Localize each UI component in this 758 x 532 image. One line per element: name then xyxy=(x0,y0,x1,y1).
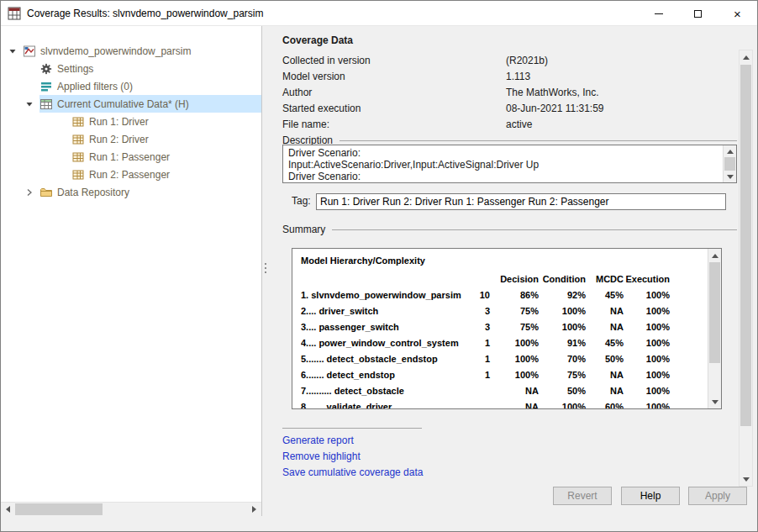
table-row: 1. slvnvdemo_powerwindow_parsim1086%92%4… xyxy=(292,287,707,303)
table-row: 5....... detect_obstacle_endstop1100%70%… xyxy=(292,351,707,367)
table-row: 7.......... detect_obstacleNA50%NA100% xyxy=(292,383,707,399)
tree-panel: slvnvdemo_powerwindow_parsim Settings Ap… xyxy=(1,26,262,516)
help-button[interactable]: Help xyxy=(621,487,680,505)
results-tree: slvnvdemo_powerwindow_parsim Settings Ap… xyxy=(1,26,261,201)
field-label: File name: xyxy=(282,119,506,130)
table-row: 2.... driver_switch375%100%NA100% xyxy=(292,303,707,319)
scroll-down-icon[interactable] xyxy=(740,472,752,486)
description-line: Driver Scenario: xyxy=(288,147,717,159)
table-row: 8....... validate_driverNA100%60%100% xyxy=(292,399,707,408)
save-cumulative-coverage-data-link[interactable]: Save cumulative coverage data xyxy=(282,466,423,478)
filter-icon xyxy=(39,80,53,93)
tree-item-label: Run 2: Driver xyxy=(89,134,149,145)
summary-section-header: Summary xyxy=(282,223,737,236)
close-icon: × xyxy=(734,8,741,20)
generate-report-link[interactable]: Generate report xyxy=(282,435,354,446)
table-row: 3.... passenger_switch375%100%NA100% xyxy=(292,319,707,335)
summary-table: Model Hierarchy/Complexity Decision Cond… xyxy=(292,248,722,409)
tree-item-run2-passenger[interactable]: Run 2: Passenger xyxy=(1,166,261,183)
field-value: 08-Jun-2021 11:31:59 xyxy=(506,103,604,114)
field-row: Model version1.113 xyxy=(282,68,724,84)
column-header: Execution xyxy=(624,271,670,287)
scroll-left-icon[interactable] xyxy=(1,503,15,516)
scrollbar-thumb[interactable] xyxy=(740,65,751,426)
column-header: Decision xyxy=(490,271,539,287)
chevron-expanded-icon[interactable] xyxy=(6,45,19,58)
tree-item-label: Settings xyxy=(57,63,93,75)
summary-scrollbar[interactable] xyxy=(708,249,721,408)
title-bar: Coverage Results: slvnvdemo_powerwindow_… xyxy=(1,1,757,26)
column-header: MCDC xyxy=(586,271,624,287)
apply-button[interactable]: Apply xyxy=(688,487,747,505)
tag-input[interactable] xyxy=(316,193,726,210)
scroll-up-icon[interactable] xyxy=(740,50,752,64)
run-icon xyxy=(71,150,85,164)
maximize-button[interactable] xyxy=(678,1,718,26)
table-row: 6....... detect_endstop1100%75%NA100% xyxy=(292,367,707,383)
summary-label: Summary xyxy=(282,224,325,235)
divider xyxy=(340,140,737,141)
description-text: Driver Scenario: Input:ActiveScenario:Dr… xyxy=(283,146,722,182)
coverage-data-panel: Coverage Data Collected in version(R2021… xyxy=(263,26,758,532)
tree-selection-highlight: Current Cumulative Data* (H) xyxy=(39,95,261,113)
revert-button[interactable]: Revert xyxy=(553,487,612,505)
tree-item-run1-driver[interactable]: Run 1: Driver xyxy=(1,113,261,130)
tag-label: Tag: xyxy=(292,195,311,207)
description-textbox[interactable]: Driver Scenario: Input:ActiveScenario:Dr… xyxy=(282,145,737,183)
tree-item-label: Run 2: Passenger xyxy=(89,169,170,181)
scrollbar-thumb[interactable] xyxy=(709,262,720,363)
tree-item-label: Run 1: Passenger xyxy=(89,151,170,163)
field-label: Author xyxy=(282,87,506,98)
tree-item-current-cumulative-data[interactable]: Current Cumulative Data* (H) xyxy=(1,95,261,113)
window-controls: × xyxy=(639,1,757,26)
field-row: Collected in version(R2021b) xyxy=(282,52,724,68)
tree-item-label: slvnvdemo_powerwindow_parsim xyxy=(40,45,191,57)
panel-vertical-scrollbar[interactable] xyxy=(739,50,753,487)
scrollbar-thumb[interactable] xyxy=(724,157,735,171)
cumulative-data-icon xyxy=(39,97,53,111)
tree-item-label: Applied filters (0) xyxy=(57,81,133,92)
scroll-up-icon[interactable] xyxy=(724,145,736,157)
window-title: Coverage Results: slvnvdemo_powerwindow_… xyxy=(27,8,263,19)
summary-table-content: Model Hierarchy/Complexity Decision Cond… xyxy=(292,249,707,408)
run-icon xyxy=(71,168,85,182)
scroll-down-icon[interactable] xyxy=(724,171,736,182)
close-button[interactable]: × xyxy=(718,1,757,26)
field-value: (R2021b) xyxy=(506,55,548,66)
maximize-icon xyxy=(694,10,702,18)
remove-highlight-link[interactable]: Remove highlight xyxy=(282,450,361,462)
run-icon xyxy=(71,133,85,146)
scroll-down-icon[interactable] xyxy=(708,395,721,408)
chevron-expanded-icon[interactable] xyxy=(23,97,36,111)
table-title: Model Hierarchy/Complexity xyxy=(301,255,707,266)
tree-item-label: Data Repository xyxy=(57,187,129,198)
minimize-button[interactable] xyxy=(639,1,678,26)
metadata-fields: Collected in version(R2021b) Model versi… xyxy=(282,52,724,132)
tree-item-data-repository[interactable]: Data Repository xyxy=(1,183,261,201)
splitter-grip[interactable] xyxy=(265,263,266,273)
tree-item-label: Run 1: Driver xyxy=(89,116,149,128)
tree-item-run1-passenger[interactable]: Run 1: Passenger xyxy=(1,148,261,166)
scroll-up-icon[interactable] xyxy=(708,249,721,262)
scrollbar-thumb[interactable] xyxy=(15,503,103,515)
tree-item-settings[interactable]: Settings xyxy=(1,60,261,77)
tree-horizontal-scrollbar[interactable] xyxy=(1,502,262,516)
field-label: Collected in version xyxy=(282,55,506,66)
panel-title: Coverage Data xyxy=(282,34,353,46)
description-scrollbar[interactable] xyxy=(723,145,736,182)
tree-item-run2-driver[interactable]: Run 2: Driver xyxy=(1,130,261,148)
chevron-collapsed-icon[interactable] xyxy=(23,186,36,199)
tree-item-applied-filters[interactable]: Applied filters (0) xyxy=(1,77,261,95)
scroll-right-icon[interactable] xyxy=(247,503,261,516)
table-row: 4.... power_window_control_system1100%91… xyxy=(292,335,707,351)
folder-icon xyxy=(39,186,53,199)
tree-item-model-root[interactable]: slvnvdemo_powerwindow_parsim xyxy=(1,42,261,60)
field-label: Started execution xyxy=(282,103,506,114)
field-label: Model version xyxy=(282,71,506,82)
minimize-icon xyxy=(655,13,663,14)
app-icon xyxy=(8,7,21,20)
model-icon xyxy=(23,45,36,58)
field-row: Started execution08-Jun-2021 11:31:59 xyxy=(282,100,724,116)
field-value: active xyxy=(506,119,532,130)
run-icon xyxy=(71,115,85,129)
